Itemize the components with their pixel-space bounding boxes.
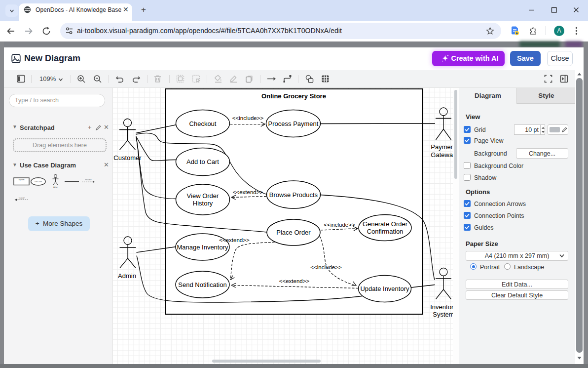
svg-text:Confirmation: Confirmation	[367, 228, 404, 235]
svg-text:Inventory: Inventory	[430, 303, 453, 311]
svg-text:History: History	[193, 200, 213, 207]
svg-text:<<include>>: <<include>>	[324, 222, 355, 228]
svg-text:Payment: Payment	[431, 143, 453, 151]
svg-text:Online Grocery Store: Online Grocery Store	[261, 92, 326, 100]
svg-text:Generate Order: Generate Order	[363, 220, 408, 228]
svg-text:<<include>>: <<include>>	[232, 115, 264, 121]
svg-text:<<extend>>: <<extend>>	[233, 189, 263, 195]
svg-text:<<extend>>: <<extend>>	[279, 278, 310, 284]
svg-text:Update Inventory: Update Inventory	[360, 285, 409, 292]
svg-text:Manage Inventory: Manage Inventory	[177, 244, 228, 251]
svg-text:Actor: Actor	[53, 186, 58, 188]
svg-text:Place Order: Place Order	[276, 229, 311, 236]
svg-text:Process Payment: Process Payment	[268, 120, 319, 127]
svg-text:System: System	[19, 179, 25, 181]
svg-text:Browse Products: Browse Products	[269, 191, 318, 199]
svg-text:Customer: Customer	[113, 154, 142, 162]
svg-text:«include»: «include»	[85, 179, 92, 181]
svg-text:Gateway: Gateway	[431, 151, 453, 159]
svg-text:«extend»: «extend»	[19, 197, 25, 199]
svg-text:Send Notification: Send Notification	[178, 281, 226, 288]
svg-text:Checkout: Checkout	[189, 120, 217, 127]
svg-text:<<extend>>: <<extend>>	[219, 237, 250, 243]
svg-text:Use Case: Use Case	[35, 181, 42, 183]
svg-text:Admin: Admin	[118, 272, 136, 280]
svg-text:System: System	[433, 311, 453, 318]
svg-text:<<include>>: <<include>>	[310, 264, 342, 270]
svg-text:Add to Cart: Add to Cart	[186, 158, 219, 165]
svg-text:View Order: View Order	[187, 192, 219, 200]
